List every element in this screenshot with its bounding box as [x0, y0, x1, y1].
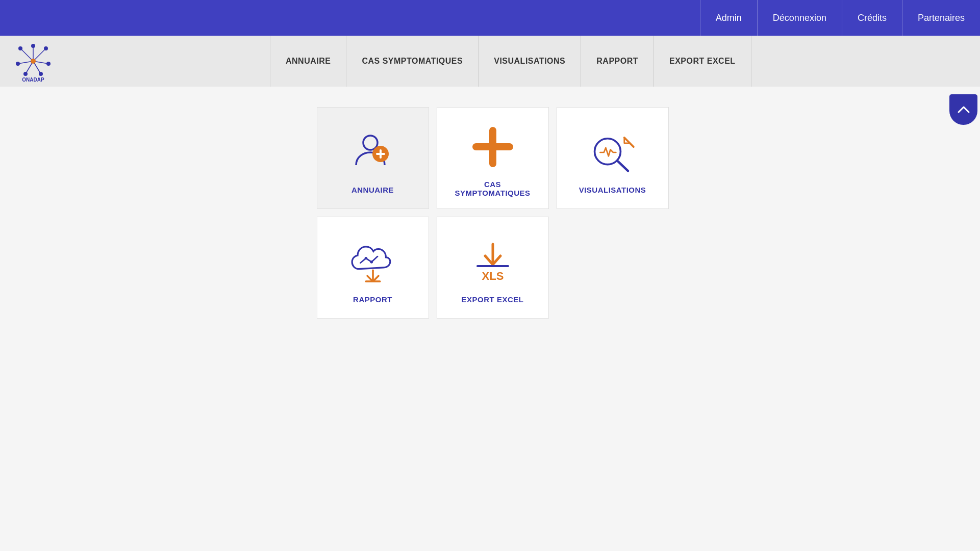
card-rapport[interactable]: RAPPORT: [317, 217, 429, 319]
svg-point-9: [44, 46, 48, 50]
cas-label: CASSYMPTOMATIQUES: [455, 180, 530, 197]
main-content: ANNUAIRE CASSYMPTOMATIQUES: [0, 87, 980, 339]
nav-visualisations[interactable]: VISUALISATIONS: [479, 36, 581, 87]
card-visualisations[interactable]: VISUALISATIONS: [557, 107, 669, 209]
svg-line-0: [20, 48, 33, 61]
logo-area: ONADAP: [0, 36, 270, 87]
annuaire-icon: [347, 127, 398, 178]
nav-annuaire[interactable]: ANNUAIRE: [270, 36, 346, 87]
export-icon: XLS: [467, 237, 518, 287]
nav-rapport[interactable]: RAPPORT: [581, 36, 654, 87]
admin-link[interactable]: Admin: [700, 0, 757, 36]
svg-text:ONADAP: ONADAP: [22, 77, 44, 83]
card-cas[interactable]: CASSYMPTOMATIQUES: [437, 107, 549, 209]
logout-link[interactable]: Déconnexion: [757, 0, 842, 36]
svg-point-8: [18, 46, 22, 50]
chevron-up-icon: [956, 102, 971, 117]
annuaire-label: ANNUAIRE: [351, 186, 394, 194]
svg-point-13: [39, 72, 43, 76]
svg-line-1: [33, 48, 46, 61]
visualisations-icon: [587, 127, 638, 178]
svg-point-14: [31, 44, 35, 48]
svg-text:XLS: XLS: [482, 270, 504, 282]
nav-export[interactable]: EXPORT EXCEL: [654, 36, 751, 87]
cards-grid: ANNUAIRE CASSYMPTOMATIQUES: [317, 107, 664, 319]
top-bar: Admin Déconnexion Crédits Partenaires: [0, 0, 980, 36]
visualisations-label: VISUALISATIONS: [579, 186, 646, 194]
cas-icon: [467, 124, 518, 175]
svg-point-26: [370, 260, 372, 263]
card-annuaire[interactable]: ANNUAIRE: [317, 107, 429, 209]
rapport-icon: [347, 237, 398, 287]
export-label: EXPORT EXCEL: [462, 295, 524, 304]
svg-point-11: [46, 62, 51, 66]
rapport-label: RAPPORT: [353, 295, 392, 304]
back-to-top-button[interactable]: [949, 94, 977, 125]
svg-line-23: [617, 161, 628, 171]
card-export[interactable]: XLS EXPORT EXCEL: [437, 217, 549, 319]
onadap-logo: ONADAP: [10, 38, 56, 84]
svg-point-25: [364, 257, 367, 259]
partners-link[interactable]: Partenaires: [902, 0, 980, 36]
credits-link[interactable]: Crédits: [842, 0, 902, 36]
svg-point-12: [23, 72, 28, 76]
svg-point-7: [31, 59, 36, 64]
nav-items: ANNUAIRE CAS SYMPTOMATIQUES VISUALISATIO…: [270, 36, 980, 87]
main-nav: ONADAP ANNUAIRE CAS SYMPTOMATIQUES VISUA…: [0, 36, 980, 87]
svg-point-10: [16, 62, 20, 66]
nav-cas[interactable]: CAS SYMPTOMATIQUES: [346, 36, 479, 87]
svg-line-24: [624, 138, 633, 147]
